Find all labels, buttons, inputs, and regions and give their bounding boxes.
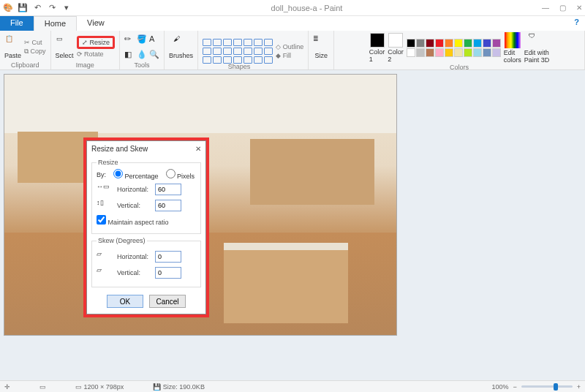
undo-icon[interactable]: ↶: [32, 3, 42, 13]
resize-horizontal-input[interactable]: [155, 184, 181, 195]
status-bar: ✛ ▭ ▭ 1200 × 798px 💾 Size: 190.0KB 100% …: [0, 380, 585, 392]
shape-fill-button[interactable]: ◆ Fill: [276, 52, 303, 59]
dialog-title: Resize and Skew: [91, 145, 148, 153]
tab-home[interactable]: Home: [34, 16, 77, 31]
size-icon: ≣: [313, 35, 329, 51]
zoom-slider[interactable]: [521, 385, 573, 388]
palette-swatch[interactable]: [464, 48, 472, 57]
qat-dropdown-icon[interactable]: ▾: [61, 3, 72, 13]
resize-icon: ⤢: [82, 39, 88, 46]
group-brushes: 🖌 Brushes: [165, 31, 198, 69]
palette-swatch[interactable]: [416, 39, 425, 48]
help-button[interactable]: ?: [568, 16, 585, 31]
dialog-close-button[interactable]: ✕: [195, 145, 201, 153]
skew-vertical-icon: ▱: [97, 266, 113, 279]
maximize-button[interactable]: ▢: [559, 4, 566, 12]
palette-swatch[interactable]: [426, 39, 434, 48]
palette-swatch[interactable]: [407, 48, 415, 57]
group-colors: Color 1 Color 2 Edit colors 🛡 Edit with …: [334, 31, 585, 69]
fill-icon[interactable]: 🪣: [137, 34, 147, 44]
palette-swatch[interactable]: [454, 39, 463, 48]
zoom-in-button[interactable]: +: [577, 383, 581, 391]
picker-icon[interactable]: 💧: [137, 50, 147, 59]
cut-button[interactable]: ✂ Cut: [24, 39, 46, 46]
palette-swatch[interactable]: [492, 39, 501, 48]
palette-swatch[interactable]: [483, 48, 491, 57]
shapes-gallery[interactable]: [203, 39, 273, 64]
ribbon: 📋 Paste ✂ Cut ⧉ Copy Clipboard ▭ Select …: [0, 31, 585, 70]
resize-horizontal-icon: ↔▭: [97, 183, 113, 196]
by-label: By:: [97, 171, 106, 178]
ribbon-tabs: File Home View ?: [0, 16, 585, 31]
cancel-button[interactable]: Cancel: [149, 295, 186, 308]
tab-view[interactable]: View: [77, 16, 115, 31]
color1-swatch: [370, 33, 385, 48]
palette-swatch[interactable]: [473, 48, 482, 57]
text-icon[interactable]: A: [149, 34, 159, 43]
quick-access-toolbar: 🎨 💾 ↶ ↷ ▾: [3, 3, 72, 13]
magnifier-icon[interactable]: 🔍: [149, 50, 159, 59]
color1-button[interactable]: Color 1: [369, 33, 385, 63]
radio-pixels[interactable]: Pixels: [166, 169, 195, 180]
select-icon: ▭: [56, 35, 72, 51]
window-title: doll_house-a - Paint: [72, 4, 542, 12]
color2-button[interactable]: Color 2: [388, 33, 404, 63]
palette-swatch[interactable]: [407, 39, 415, 48]
zoom-level: 100%: [491, 383, 508, 391]
edit-colors-button[interactable]: Edit colors: [504, 32, 521, 64]
redo-icon[interactable]: ↷: [47, 3, 57, 13]
dialog-titlebar[interactable]: Resize and Skew ✕: [87, 141, 205, 156]
ok-button[interactable]: OK: [107, 295, 143, 308]
group-clipboard: 📋 Paste ✂ Cut ⧉ Copy Clipboard: [0, 31, 51, 69]
select-button[interactable]: ▭ Select: [56, 35, 74, 59]
skew-horizontal-input[interactable]: [155, 251, 181, 263]
palette-swatch[interactable]: [445, 48, 453, 57]
eraser-icon[interactable]: ◧: [124, 50, 135, 59]
maintain-aspect-checkbox[interactable]: Maintain aspect ratio: [97, 215, 169, 226]
close-window-button[interactable]: ✕: [576, 4, 582, 12]
skew-vertical-input[interactable]: [155, 267, 181, 279]
cursor-pos-icon: ✛: [4, 383, 10, 391]
resize-button[interactable]: ⤢ Resize: [77, 36, 116, 49]
zoom-out-button[interactable]: −: [513, 383, 516, 391]
palette-swatch[interactable]: [426, 48, 434, 57]
minimize-button[interactable]: —: [542, 4, 549, 12]
skew-horizontal-icon: ▱: [97, 250, 113, 263]
color2-swatch: [388, 33, 403, 48]
skew-fieldset: Skew (Degrees) ▱ Horizontal: ▱ Vertical:: [91, 237, 201, 287]
group-image: ▭ Select ⤢ Resize ⟳ Rotate Image: [51, 31, 121, 69]
paint3d-button[interactable]: 🛡 Edit with Paint 3D: [524, 32, 550, 64]
palette-swatch[interactable]: [454, 48, 463, 57]
tab-file[interactable]: File: [0, 16, 34, 31]
rotate-button[interactable]: ⟳ Rotate: [77, 50, 116, 58]
palette-swatch[interactable]: [464, 39, 472, 48]
radio-percentage[interactable]: Percentage: [113, 169, 159, 180]
resize-vertical-input[interactable]: [155, 200, 181, 211]
palette-swatch[interactable]: [483, 39, 491, 48]
copy-button[interactable]: ⧉ Copy: [24, 48, 46, 56]
save-icon[interactable]: 💾: [18, 3, 28, 13]
zoom-control: 100% − +: [491, 383, 581, 391]
workspace: Resize and Skew ✕ Resize By: Percentage …: [0, 70, 585, 380]
paint3d-icon: 🛡: [529, 32, 545, 48]
group-tools: ✏ 🪣 A ◧ 💧 🔍 Tools: [120, 31, 165, 69]
palette-swatch[interactable]: [445, 39, 453, 48]
file-size: 💾 Size: 190.0KB: [153, 383, 205, 391]
brush-icon: 🖌: [173, 35, 189, 51]
brushes-button[interactable]: 🖌 Brushes: [169, 35, 193, 59]
palette-swatch[interactable]: [473, 39, 482, 48]
palette-swatch[interactable]: [492, 48, 501, 57]
group-shapes: ◇ Outline ◆ Fill Shapes: [198, 31, 309, 69]
paste-button[interactable]: 📋 Paste: [4, 35, 21, 59]
edit-colors-icon: [505, 32, 521, 48]
palette-swatch[interactable]: [435, 48, 444, 57]
size-button[interactable]: ≣ Size: [313, 35, 329, 59]
pencil-icon[interactable]: ✏: [124, 34, 135, 44]
resize-skew-dialog: Resize and Skew ✕ Resize By: Percentage …: [86, 140, 206, 314]
palette-swatch[interactable]: [416, 48, 425, 57]
palette-swatch[interactable]: [435, 39, 444, 48]
shape-outline-button[interactable]: ◇ Outline: [276, 43, 303, 50]
palette: [407, 39, 501, 57]
resize-fieldset: Resize By: Percentage Pixels ↔▭ Horizont…: [91, 159, 201, 234]
titlebar: 🎨 💾 ↶ ↷ ▾ doll_house-a - Paint — ▢ ✕: [0, 0, 585, 16]
